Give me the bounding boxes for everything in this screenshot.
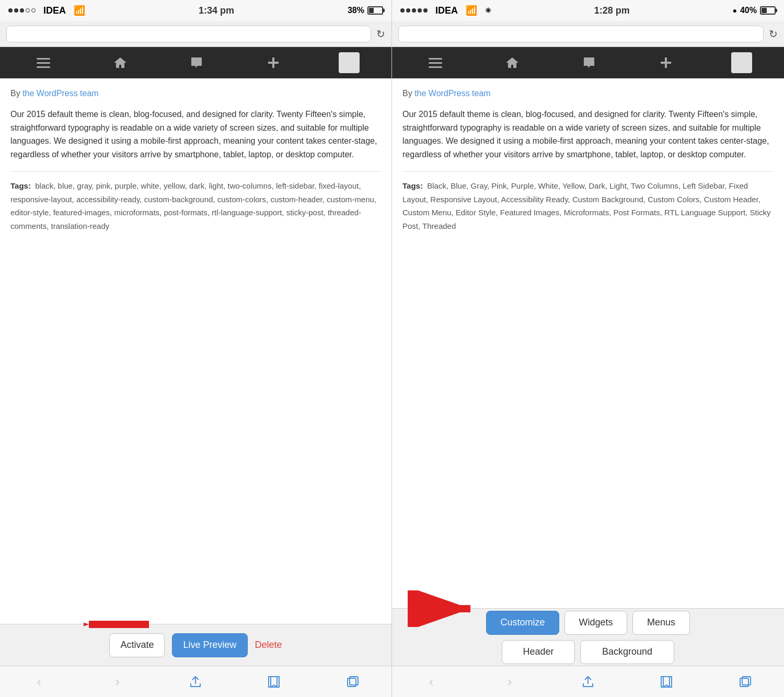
- left-status-bar: IDEA 📶 1:34 pm 38%: [0, 0, 391, 21]
- right-nav-toolbar: [392, 47, 784, 78]
- left-content-area: By the WordPress team Our 2015 default t…: [0, 78, 391, 624]
- right-bookmarks-button[interactable]: [653, 669, 679, 695]
- svg-rect-1: [268, 62, 279, 64]
- right-add-icon[interactable]: [654, 51, 677, 74]
- right-tags-label: Tags:: [402, 181, 423, 190]
- left-add-icon[interactable]: [262, 51, 285, 74]
- signal-dot-3: [20, 8, 24, 13]
- right-content-area: By the WordPress team Our 2015 default t…: [392, 78, 784, 608]
- right-battery-icon: [760, 6, 776, 15]
- customize-button[interactable]: Customize: [486, 611, 559, 635]
- delete-button[interactable]: Delete: [255, 640, 282, 650]
- r-signal-dot-2: [406, 8, 410, 13]
- right-hamburger-icon[interactable]: [424, 51, 447, 74]
- svg-rect-7: [661, 62, 671, 64]
- right-wifi-icon: 📶: [466, 5, 477, 16]
- signal-dot-4: [26, 8, 30, 13]
- background-button[interactable]: Background: [580, 640, 674, 664]
- right-location-icon: ●: [733, 6, 737, 15]
- right-tabs-button[interactable]: [732, 669, 758, 695]
- right-divider: [402, 171, 774, 172]
- right-carrier: IDEA: [435, 5, 458, 16]
- left-tabs-button[interactable]: [339, 669, 365, 695]
- right-action-row-2: Header Background: [502, 640, 674, 664]
- widgets-button[interactable]: Widgets: [564, 611, 627, 635]
- left-square-icon[interactable]: [339, 52, 360, 73]
- right-action-row-1: Customize Widgets Menus: [486, 611, 690, 635]
- right-tags-section: Tags: Black, Blue, Gray, Pink, Purple, W…: [402, 179, 774, 238]
- left-url-input[interactable]: [6, 26, 371, 42]
- r-signal-dot-1: [400, 8, 405, 13]
- right-wp-team-link[interactable]: the WordPress team: [414, 89, 491, 98]
- left-forward-button[interactable]: ›: [105, 669, 131, 695]
- left-battery-percent: 38%: [348, 6, 364, 15]
- r-signal-dot-4: [418, 8, 422, 13]
- left-battery-icon: [367, 6, 383, 15]
- left-tags-section: Tags: black, blue, gray, pink, purple, w…: [10, 179, 381, 238]
- left-comment-icon[interactable]: [185, 51, 208, 74]
- right-phone-panel: IDEA 📶 ✳ 1:28 pm ● 40% ↻: [392, 0, 784, 697]
- live-preview-button[interactable]: Live Preview: [172, 633, 247, 657]
- right-action-grid: Customize Widgets Menus Header Backgroun…: [392, 608, 784, 666]
- left-nav-toolbar: [0, 47, 391, 78]
- left-url-bar: ↻: [0, 21, 391, 47]
- right-square-icon[interactable]: [731, 52, 752, 73]
- left-refresh-button[interactable]: ↻: [376, 28, 385, 40]
- right-description: Our 2015 default theme is clean, blog-fo…: [402, 108, 774, 161]
- right-comment-icon[interactable]: [578, 51, 601, 74]
- left-tags-label: Tags:: [10, 181, 31, 190]
- left-home-icon[interactable]: [109, 51, 132, 74]
- left-phone-panel: IDEA 📶 1:34 pm 38% ↻: [0, 0, 392, 697]
- right-tags-content: Black, Blue, Gray, Pink, Purple, White, …: [402, 181, 770, 230]
- left-browser-bottom: ‹ ›: [0, 666, 391, 697]
- right-home-icon[interactable]: [501, 51, 524, 74]
- right-back-button[interactable]: ‹: [418, 669, 444, 695]
- right-forward-button[interactable]: ›: [497, 669, 523, 695]
- left-wifi-icon: 📶: [74, 5, 85, 16]
- right-url-input[interactable]: [398, 26, 764, 42]
- right-time: 1:28 pm: [594, 5, 630, 16]
- right-browser-bottom: ‹ ›: [392, 666, 784, 697]
- left-wp-team-link[interactable]: the WordPress team: [22, 89, 99, 98]
- header-button[interactable]: Header: [502, 640, 575, 664]
- left-back-button[interactable]: ‹: [26, 669, 52, 695]
- left-time: 1:34 pm: [199, 5, 234, 16]
- left-carrier: IDEA: [43, 5, 66, 16]
- left-by-line: By the WordPress team: [10, 89, 381, 98]
- r-signal-dot-5: [423, 8, 428, 13]
- signal-dot-1: [8, 8, 13, 13]
- right-url-bar: ↻: [392, 21, 784, 47]
- left-description: Our 2015 default theme is clean, blog-fo…: [10, 108, 381, 161]
- right-share-button[interactable]: [575, 669, 601, 695]
- menus-button[interactable]: Menus: [632, 611, 690, 635]
- r-signal-dot-3: [412, 8, 416, 13]
- left-hamburger-icon[interactable]: [32, 51, 55, 74]
- signal-dot-5: [31, 8, 36, 13]
- right-status-bar: IDEA 📶 ✳ 1:28 pm ● 40%: [392, 0, 784, 21]
- activate-button[interactable]: Activate: [109, 633, 165, 657]
- right-battery-percent: 40%: [740, 6, 757, 15]
- left-tags-content: black, blue, gray, pink, purple, white, …: [10, 181, 376, 230]
- right-refresh-button[interactable]: ↻: [769, 28, 778, 40]
- left-bookmarks-button[interactable]: [261, 669, 287, 695]
- right-by-line: By the WordPress team: [402, 89, 774, 98]
- right-loading-icon: ✳: [485, 6, 491, 15]
- left-action-bar: Activate Live Preview Delete: [0, 624, 391, 666]
- left-share-button[interactable]: [182, 669, 209, 695]
- signal-dot-2: [14, 8, 18, 13]
- left-divider: [10, 171, 381, 172]
